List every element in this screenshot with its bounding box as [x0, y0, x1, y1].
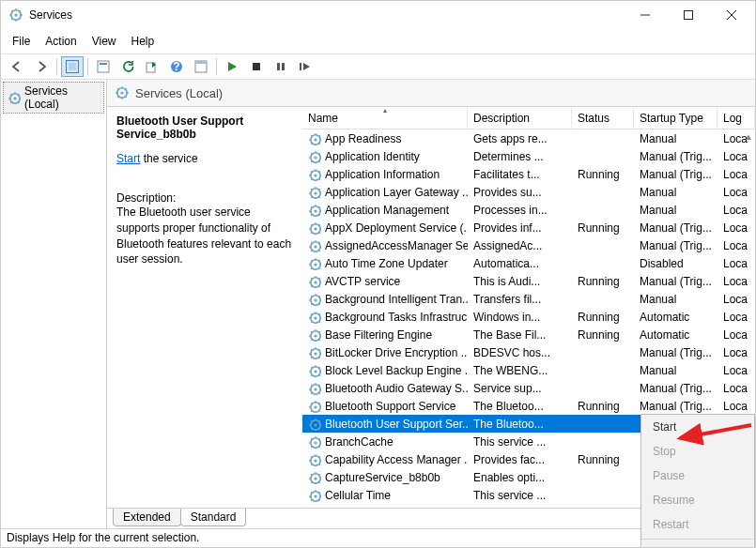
menu-pause: Pause	[641, 464, 754, 488]
cell-startup: Manual (Trig...	[634, 400, 717, 413]
table-row[interactable]: AppX Deployment Service (...Provides inf…	[302, 219, 755, 236]
menu-restart: Restart	[641, 512, 754, 537]
cell-desc: This is Audi...	[468, 275, 572, 288]
menu-file[interactable]: File	[5, 31, 38, 52]
table-row[interactable]: Application IdentityDetermines ...Manual…	[302, 147, 755, 165]
app-icon	[8, 8, 23, 23]
table-row[interactable]: Block Level Backup Engine ...The WBENG..…	[302, 361, 755, 379]
menu-help[interactable]: Help	[124, 31, 162, 52]
scroll-up-icon[interactable]: ▲	[744, 131, 753, 142]
cell-desc: The Base Fil...	[468, 328, 572, 342]
cell-name: Background Intelligent Tran...	[325, 293, 468, 306]
column-status[interactable]: Status	[572, 108, 634, 129]
table-row[interactable]: AssignedAccessManager Se...AssignedAc...…	[302, 236, 755, 254]
cell-desc: Provides inf...	[468, 221, 572, 235]
menu-resume: Resume	[641, 488, 754, 512]
export-button[interactable]	[141, 56, 163, 77]
table-row[interactable]: AVCTP serviceThis is Audi...RunningManua…	[302, 272, 755, 290]
cell-status: Running	[572, 311, 634, 324]
action-pane-button[interactable]	[190, 56, 212, 77]
svg-rect-12	[253, 63, 260, 70]
forward-button[interactable]	[30, 56, 53, 77]
column-description[interactable]: Description	[468, 108, 572, 129]
gear-icon	[308, 293, 321, 306]
gear-icon	[308, 471, 321, 484]
table-row[interactable]: BitLocker Drive Encryption ...BDESVC hos…	[302, 343, 755, 361]
table-row[interactable]: Background Tasks Infrastruc...Windows in…	[302, 308, 755, 326]
properties-button[interactable]	[92, 56, 115, 77]
svg-rect-13	[277, 63, 280, 70]
cell-name: CaptureService_b8b0b	[325, 471, 440, 484]
minimize-button[interactable]	[624, 1, 667, 29]
table-row[interactable]: Auto Time Zone UpdaterAutomatica...Disab…	[302, 254, 755, 272]
cell-log: Loca	[717, 275, 755, 288]
table-row[interactable]: Application Layer Gateway ...Provides su…	[302, 183, 755, 201]
help-button[interactable]: ?	[165, 56, 188, 77]
cell-name: Capability Access Manager ...	[325, 453, 468, 466]
gear-icon	[308, 311, 321, 324]
svg-rect-5	[98, 61, 109, 72]
menu-all-tasks[interactable]: All Tasks	[641, 541, 754, 548]
selected-service-name: Bluetooth User Support Service_b8b0b	[116, 114, 293, 141]
maximize-button[interactable]	[667, 1, 710, 29]
cell-status: Running	[572, 168, 634, 181]
pause-button[interactable]	[270, 56, 292, 77]
table-row[interactable]: Bluetooth Audio Gateway S...Service sup.…	[302, 379, 755, 397]
restart-button[interactable]	[294, 56, 316, 77]
cell-name: BranchCache	[325, 435, 393, 449]
menu-view[interactable]: View	[85, 31, 124, 52]
cell-startup: Manual	[634, 293, 717, 306]
cell-desc: Gets apps re...	[468, 132, 572, 145]
cell-log: Loca	[717, 221, 755, 235]
cell-log: Loca	[717, 382, 755, 395]
menu-action[interactable]: Action	[38, 31, 84, 52]
start-link[interactable]: Start	[116, 152, 140, 165]
tree-root-services[interactable]: Services (Local)	[3, 82, 104, 114]
column-log[interactable]: Log	[717, 108, 755, 129]
gear-icon	[308, 186, 321, 199]
tab-extended[interactable]: Extended	[113, 509, 181, 526]
show-hide-tree-button[interactable]	[61, 56, 84, 77]
cell-startup: Manual (Trig...	[634, 150, 717, 163]
cell-desc: Service sup...	[468, 382, 572, 395]
back-button[interactable]	[6, 56, 28, 77]
cell-name: Background Tasks Infrastruc...	[325, 311, 468, 324]
table-row[interactable]: Bluetooth Support ServiceThe Bluetoo...R…	[302, 397, 755, 415]
table-row[interactable]: Application InformationFacilitates t...R…	[302, 165, 755, 183]
stop-button[interactable]	[245, 56, 268, 77]
cell-desc: The Bluetoo...	[468, 400, 572, 413]
table-row[interactable]: App ReadinessGets apps re...ManualLoca	[302, 129, 755, 147]
status-text: Displays Help for the current selection.	[7, 531, 199, 544]
cell-status: Running	[572, 328, 634, 342]
refresh-button[interactable]	[116, 56, 139, 77]
close-button[interactable]	[710, 1, 753, 29]
cell-desc: Provides su...	[468, 186, 572, 199]
column-startup[interactable]: Startup Type	[634, 108, 717, 129]
start-suffix: the service	[140, 152, 197, 165]
play-button[interactable]	[221, 56, 243, 77]
cell-name: Cellular Time	[325, 489, 391, 502]
list-header-bar: Services (Local)	[107, 80, 755, 107]
table-row[interactable]: Base Filtering EngineThe Base Fil...Runn…	[302, 326, 755, 343]
cell-startup: Automatic	[634, 311, 717, 324]
table-row[interactable]: Background Intelligent Tran...Transfers …	[302, 290, 755, 308]
gear-icon	[308, 204, 321, 217]
svg-rect-15	[300, 63, 301, 70]
svg-rect-14	[282, 63, 285, 70]
cell-name: AVCTP service	[325, 275, 400, 288]
column-name[interactable]: ▴Name	[302, 108, 468, 129]
tab-standard[interactable]: Standard	[180, 509, 247, 526]
description-text: The Bluetooth user service supports prop…	[116, 205, 293, 267]
cell-desc: Provides fac...	[468, 453, 572, 466]
cell-startup: Manual	[634, 364, 717, 377]
table-row[interactable]: Application ManagementProcesses in...Man…	[302, 201, 755, 219]
cell-startup: Manual (Trig...	[634, 382, 717, 395]
cell-startup: Automatic	[634, 328, 717, 342]
cell-name: Bluetooth Support Service	[325, 400, 455, 413]
cell-desc: Facilitates t...	[468, 168, 572, 181]
cell-name: Block Level Backup Engine ...	[325, 364, 468, 377]
detail-pane: Bluetooth User Support Service_b8b0b Sta…	[107, 107, 302, 508]
gear-icon	[115, 85, 130, 100]
cell-startup: Manual	[634, 204, 717, 217]
gear-icon	[308, 168, 321, 181]
